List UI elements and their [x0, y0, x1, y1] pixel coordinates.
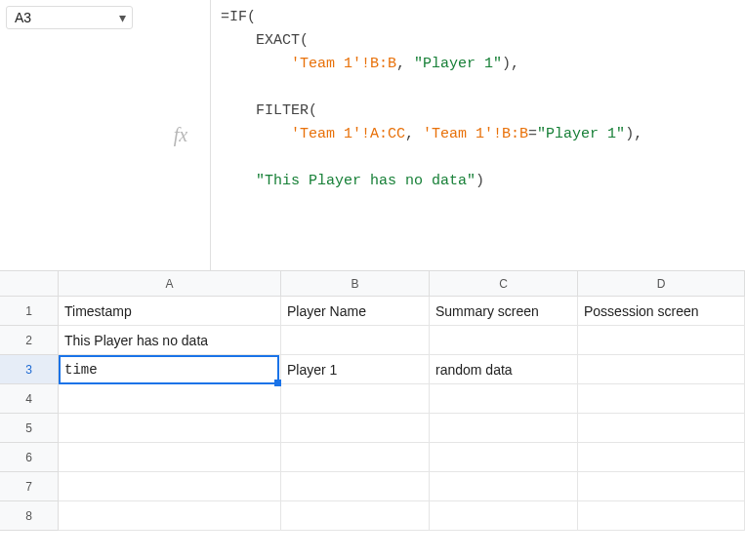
fx-icon: fx — [174, 124, 187, 146]
row-header-7[interactable]: 7 — [0, 472, 59, 501]
cell[interactable] — [430, 501, 578, 531]
row-header-5[interactable]: 5 — [0, 414, 59, 443]
cell[interactable]: Summary screen — [430, 297, 578, 326]
cell[interactable]: Possession screen — [578, 297, 745, 326]
row-header-3[interactable]: 3 — [0, 355, 59, 384]
cell[interactable] — [281, 384, 430, 414]
chevron-down-icon[interactable]: ▾ — [119, 10, 126, 25]
cell[interactable]: This Player has no data — [59, 326, 281, 355]
name-box-area: A3 ▾ — [0, 0, 151, 270]
col-header-a[interactable]: A — [59, 271, 281, 297]
cell[interactable] — [578, 443, 745, 472]
row-header-6[interactable]: 6 — [0, 443, 59, 472]
col-header-c[interactable]: C — [430, 271, 578, 297]
cell[interactable] — [281, 443, 430, 472]
cell[interactable] — [578, 414, 745, 443]
cell[interactable] — [578, 472, 745, 501]
cell[interactable]: Player Name — [281, 297, 430, 326]
formula-bar[interactable]: =IF( EXACT( 'Team 1'!B:B, "Player 1"), F… — [210, 0, 745, 270]
cell[interactable]: random data — [430, 355, 578, 384]
name-box[interactable]: A3 ▾ — [6, 6, 133, 29]
col-header-d[interactable]: D — [578, 271, 745, 297]
cell-selected[interactable]: time — [59, 355, 281, 384]
cell[interactable] — [59, 414, 281, 443]
cell[interactable] — [281, 501, 430, 531]
cell[interactable] — [578, 355, 745, 384]
cell[interactable] — [281, 326, 430, 355]
cell[interactable] — [430, 414, 578, 443]
cell[interactable] — [430, 326, 578, 355]
cell[interactable] — [578, 384, 745, 414]
cell[interactable] — [59, 384, 281, 414]
column-headers: A B C D — [59, 271, 745, 297]
cell[interactable] — [578, 326, 745, 355]
row-header-1[interactable]: 1 — [0, 297, 59, 326]
cell[interactable] — [578, 501, 745, 531]
cell[interactable] — [430, 384, 578, 414]
name-box-value: A3 — [15, 10, 31, 25]
cell[interactable]: Timestamp — [59, 297, 281, 326]
cell[interactable] — [430, 443, 578, 472]
cell[interactable] — [430, 472, 578, 501]
spreadsheet-grid: A B C D 1 Timestamp Player Name Summary … — [0, 271, 745, 531]
col-header-b[interactable]: B — [281, 271, 430, 297]
row-header-8[interactable]: 8 — [0, 501, 59, 531]
fx-column: fx — [151, 0, 210, 270]
formula-text: =IF( EXACT( 'Team 1'!B:B, "Player 1"), F… — [221, 6, 735, 193]
cell[interactable] — [281, 472, 430, 501]
row-header-2[interactable]: 2 — [0, 326, 59, 355]
cell[interactable] — [59, 443, 281, 472]
cell[interactable] — [59, 501, 281, 531]
cell[interactable] — [59, 472, 281, 501]
row-header-4[interactable]: 4 — [0, 384, 59, 414]
select-all-corner[interactable] — [0, 271, 59, 297]
cell[interactable] — [281, 414, 430, 443]
cell[interactable]: Player 1 — [281, 355, 430, 384]
